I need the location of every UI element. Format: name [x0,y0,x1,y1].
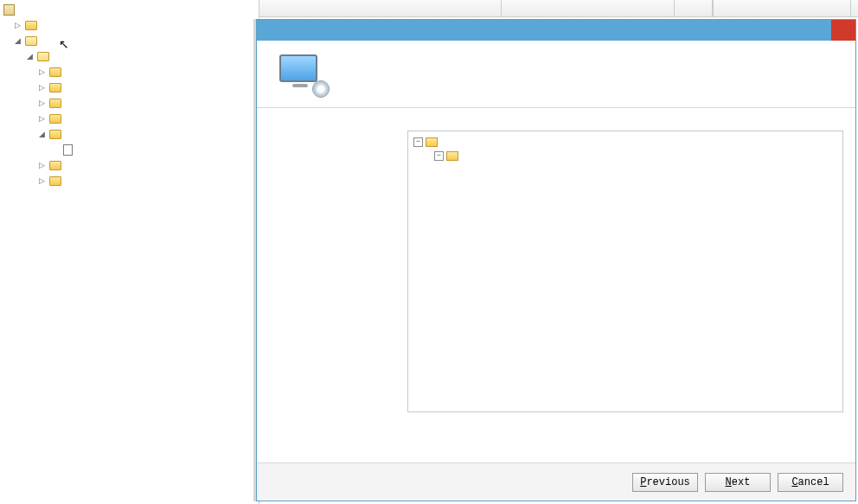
workbench-icon [2,3,16,16]
col-id[interactable] [502,0,675,16]
collapse-icon[interactable]: ◢ [12,35,22,46]
os-install-icon [279,54,326,94]
folder-open-icon [24,35,38,47]
os-tree-view[interactable]: − − [407,131,843,412]
col-name[interactable] [259,0,502,16]
folder-icon [48,66,62,78]
tree-info-center[interactable]: ▷ [0,17,259,33]
tree-deployment-shares[interactable]: ◢ [0,33,259,48]
folder-icon [48,175,62,187]
folder-icon [24,19,38,31]
folder-icon [48,159,62,171]
tree-mdt-share[interactable]: ◢ [0,48,259,64]
col-action[interactable] [713,0,851,16]
tree-task-sequences[interactable]: ◢ [0,126,259,142]
expand-icon[interactable]: ▷ [36,67,47,77]
tree-root-label [18,9,22,10]
tree-packages[interactable]: ▷ [0,111,259,126]
tree-monitoring[interactable]: ▷ [0,173,259,188]
tree-upgrade-ts[interactable] [0,142,259,157]
list-header [259,0,858,17]
folder-icon [48,97,62,109]
os-tree-root[interactable]: − [413,135,837,149]
folder-icon [48,81,62,93]
next-button[interactable]: Next [705,473,771,492]
wizard-content: − − [402,108,855,463]
expand-icon[interactable]: ▷ [12,20,22,30]
expand-icon[interactable]: ▷ [36,82,47,93]
new-task-sequence-wizard: − − Previous Next Cancel [256,19,856,501]
deployment-tree-panel: ▷ ◢ ◢ ▷ ▷ ▷ ▷ [0,0,259,504]
tree-oob-drivers[interactable]: ▷ [0,95,259,111]
col-version[interactable] [675,0,713,16]
folder-icon [48,128,62,140]
folder-icon [48,112,62,124]
wizard-button-bar: Previous Next Cancel [257,463,855,501]
expand-icon[interactable]: ▷ [36,98,47,108]
tree-root[interactable] [0,2,259,17]
minus-icon[interactable]: − [434,151,444,161]
tree-adv-config[interactable]: ▷ [0,157,259,173]
cancel-button[interactable]: Cancel [778,473,843,492]
collapse-icon[interactable]: ◢ [24,51,35,61]
expand-icon[interactable]: ▷ [36,160,47,170]
collapse-icon[interactable]: ◢ [36,129,47,139]
expand-icon[interactable]: ▷ [36,113,47,124]
folder-icon [426,137,438,147]
folder-icon [446,151,458,161]
task-sequence-icon [61,144,74,156]
os-tree-folder[interactable]: − [434,149,837,163]
wizard-titlebar[interactable] [257,20,855,41]
previous-button[interactable]: Previous [632,473,698,492]
wizard-banner [257,41,855,108]
tree-applications[interactable]: ▷ [0,64,259,80]
minus-icon[interactable]: − [413,137,423,147]
wizard-steps-list [257,108,402,463]
tree-operating-systems[interactable]: ▷ [0,80,259,95]
folder-open-icon [36,50,50,62]
close-button[interactable] [831,20,855,41]
expand-icon[interactable]: ▷ [36,175,47,186]
